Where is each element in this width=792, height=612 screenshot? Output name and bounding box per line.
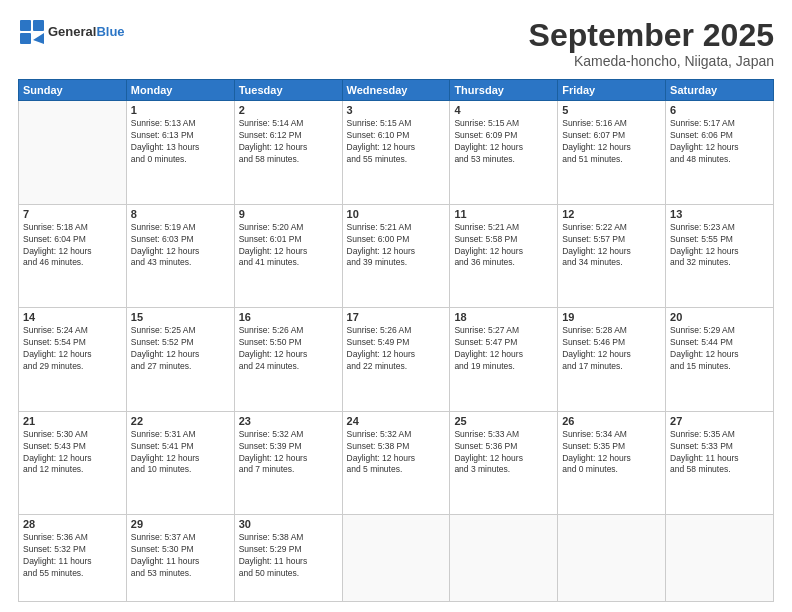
- cell-w3-d6: 20Sunrise: 5:29 AM Sunset: 5:44 PM Dayli…: [666, 308, 774, 412]
- day-number: 11: [454, 208, 553, 220]
- header-tuesday: Tuesday: [234, 80, 342, 101]
- week-row-5: 28Sunrise: 5:36 AM Sunset: 5:32 PM Dayli…: [19, 515, 774, 602]
- weekday-header-row: Sunday Monday Tuesday Wednesday Thursday…: [19, 80, 774, 101]
- calendar-table: Sunday Monday Tuesday Wednesday Thursday…: [18, 79, 774, 602]
- day-info: Sunrise: 5:37 AM Sunset: 5:30 PM Dayligh…: [131, 532, 230, 580]
- day-info: Sunrise: 5:22 AM Sunset: 5:57 PM Dayligh…: [562, 222, 661, 270]
- logo: GeneralBlue: [18, 18, 125, 46]
- cell-w4-d2: 23Sunrise: 5:32 AM Sunset: 5:39 PM Dayli…: [234, 411, 342, 515]
- day-number: 17: [347, 311, 446, 323]
- week-row-4: 21Sunrise: 5:30 AM Sunset: 5:43 PM Dayli…: [19, 411, 774, 515]
- day-info: Sunrise: 5:29 AM Sunset: 5:44 PM Dayligh…: [670, 325, 769, 373]
- cell-w2-d2: 9Sunrise: 5:20 AM Sunset: 6:01 PM Daylig…: [234, 204, 342, 308]
- page: GeneralBlue September 2025 Kameda-honcho…: [0, 0, 792, 612]
- day-info: Sunrise: 5:16 AM Sunset: 6:07 PM Dayligh…: [562, 118, 661, 166]
- cell-w5-d0: 28Sunrise: 5:36 AM Sunset: 5:32 PM Dayli…: [19, 515, 127, 602]
- header-thursday: Thursday: [450, 80, 558, 101]
- day-info: Sunrise: 5:28 AM Sunset: 5:46 PM Dayligh…: [562, 325, 661, 373]
- day-info: Sunrise: 5:13 AM Sunset: 6:13 PM Dayligh…: [131, 118, 230, 166]
- day-number: 18: [454, 311, 553, 323]
- day-info: Sunrise: 5:14 AM Sunset: 6:12 PM Dayligh…: [239, 118, 338, 166]
- day-info: Sunrise: 5:36 AM Sunset: 5:32 PM Dayligh…: [23, 532, 122, 580]
- day-info: Sunrise: 5:25 AM Sunset: 5:52 PM Dayligh…: [131, 325, 230, 373]
- day-number: 8: [131, 208, 230, 220]
- day-number: 4: [454, 104, 553, 116]
- day-number: 15: [131, 311, 230, 323]
- header-saturday: Saturday: [666, 80, 774, 101]
- header-wednesday: Wednesday: [342, 80, 450, 101]
- day-info: Sunrise: 5:32 AM Sunset: 5:39 PM Dayligh…: [239, 429, 338, 477]
- day-number: 10: [347, 208, 446, 220]
- cell-w2-d4: 11Sunrise: 5:21 AM Sunset: 5:58 PM Dayli…: [450, 204, 558, 308]
- cell-w3-d0: 14Sunrise: 5:24 AM Sunset: 5:54 PM Dayli…: [19, 308, 127, 412]
- week-row-2: 7Sunrise: 5:18 AM Sunset: 6:04 PM Daylig…: [19, 204, 774, 308]
- cell-w4-d1: 22Sunrise: 5:31 AM Sunset: 5:41 PM Dayli…: [126, 411, 234, 515]
- logo-icon: [18, 18, 46, 46]
- day-number: 7: [23, 208, 122, 220]
- cell-w1-d1: 1Sunrise: 5:13 AM Sunset: 6:13 PM Daylig…: [126, 101, 234, 205]
- svg-rect-1: [33, 20, 44, 31]
- cell-w2-d3: 10Sunrise: 5:21 AM Sunset: 6:00 PM Dayli…: [342, 204, 450, 308]
- day-number: 6: [670, 104, 769, 116]
- cell-w2-d6: 13Sunrise: 5:23 AM Sunset: 5:55 PM Dayli…: [666, 204, 774, 308]
- cell-w3-d3: 17Sunrise: 5:26 AM Sunset: 5:49 PM Dayli…: [342, 308, 450, 412]
- day-number: 14: [23, 311, 122, 323]
- week-row-1: 1Sunrise: 5:13 AM Sunset: 6:13 PM Daylig…: [19, 101, 774, 205]
- logo-blue: Blue: [96, 24, 124, 39]
- day-number: 26: [562, 415, 661, 427]
- cell-w1-d5: 5Sunrise: 5:16 AM Sunset: 6:07 PM Daylig…: [558, 101, 666, 205]
- svg-marker-3: [33, 33, 44, 44]
- cell-w1-d3: 3Sunrise: 5:15 AM Sunset: 6:10 PM Daylig…: [342, 101, 450, 205]
- day-number: 21: [23, 415, 122, 427]
- day-info: Sunrise: 5:35 AM Sunset: 5:33 PM Dayligh…: [670, 429, 769, 477]
- cell-w3-d1: 15Sunrise: 5:25 AM Sunset: 5:52 PM Dayli…: [126, 308, 234, 412]
- header-friday: Friday: [558, 80, 666, 101]
- logo-general: General: [48, 24, 96, 39]
- header-sunday: Sunday: [19, 80, 127, 101]
- cell-w1-d0: [19, 101, 127, 205]
- day-number: 23: [239, 415, 338, 427]
- day-number: 28: [23, 518, 122, 530]
- day-number: 12: [562, 208, 661, 220]
- cell-w4-d3: 24Sunrise: 5:32 AM Sunset: 5:38 PM Dayli…: [342, 411, 450, 515]
- day-info: Sunrise: 5:19 AM Sunset: 6:03 PM Dayligh…: [131, 222, 230, 270]
- header: GeneralBlue September 2025 Kameda-honcho…: [18, 18, 774, 69]
- day-info: Sunrise: 5:15 AM Sunset: 6:09 PM Dayligh…: [454, 118, 553, 166]
- cell-w4-d0: 21Sunrise: 5:30 AM Sunset: 5:43 PM Dayli…: [19, 411, 127, 515]
- cell-w3-d4: 18Sunrise: 5:27 AM Sunset: 5:47 PM Dayli…: [450, 308, 558, 412]
- day-info: Sunrise: 5:27 AM Sunset: 5:47 PM Dayligh…: [454, 325, 553, 373]
- cell-w1-d4: 4Sunrise: 5:15 AM Sunset: 6:09 PM Daylig…: [450, 101, 558, 205]
- cell-w5-d5: [558, 515, 666, 602]
- cell-w1-d2: 2Sunrise: 5:14 AM Sunset: 6:12 PM Daylig…: [234, 101, 342, 205]
- day-info: Sunrise: 5:31 AM Sunset: 5:41 PM Dayligh…: [131, 429, 230, 477]
- day-info: Sunrise: 5:15 AM Sunset: 6:10 PM Dayligh…: [347, 118, 446, 166]
- day-info: Sunrise: 5:38 AM Sunset: 5:29 PM Dayligh…: [239, 532, 338, 580]
- cell-w5-d6: [666, 515, 774, 602]
- day-info: Sunrise: 5:21 AM Sunset: 5:58 PM Dayligh…: [454, 222, 553, 270]
- day-number: 30: [239, 518, 338, 530]
- day-info: Sunrise: 5:24 AM Sunset: 5:54 PM Dayligh…: [23, 325, 122, 373]
- day-number: 27: [670, 415, 769, 427]
- cell-w3-d5: 19Sunrise: 5:28 AM Sunset: 5:46 PM Dayli…: [558, 308, 666, 412]
- day-number: 9: [239, 208, 338, 220]
- day-info: Sunrise: 5:20 AM Sunset: 6:01 PM Dayligh…: [239, 222, 338, 270]
- cell-w1-d6: 6Sunrise: 5:17 AM Sunset: 6:06 PM Daylig…: [666, 101, 774, 205]
- header-monday: Monday: [126, 80, 234, 101]
- day-number: 25: [454, 415, 553, 427]
- cell-w5-d2: 30Sunrise: 5:38 AM Sunset: 5:29 PM Dayli…: [234, 515, 342, 602]
- month-title: September 2025: [529, 18, 774, 53]
- day-number: 3: [347, 104, 446, 116]
- title-block: September 2025 Kameda-honcho, Niigata, J…: [529, 18, 774, 69]
- day-info: Sunrise: 5:33 AM Sunset: 5:36 PM Dayligh…: [454, 429, 553, 477]
- day-number: 2: [239, 104, 338, 116]
- day-info: Sunrise: 5:32 AM Sunset: 5:38 PM Dayligh…: [347, 429, 446, 477]
- location: Kameda-honcho, Niigata, Japan: [529, 53, 774, 69]
- day-info: Sunrise: 5:21 AM Sunset: 6:00 PM Dayligh…: [347, 222, 446, 270]
- day-info: Sunrise: 5:26 AM Sunset: 5:50 PM Dayligh…: [239, 325, 338, 373]
- cell-w5-d3: [342, 515, 450, 602]
- day-info: Sunrise: 5:30 AM Sunset: 5:43 PM Dayligh…: [23, 429, 122, 477]
- day-info: Sunrise: 5:34 AM Sunset: 5:35 PM Dayligh…: [562, 429, 661, 477]
- day-number: 29: [131, 518, 230, 530]
- week-row-3: 14Sunrise: 5:24 AM Sunset: 5:54 PM Dayli…: [19, 308, 774, 412]
- day-number: 13: [670, 208, 769, 220]
